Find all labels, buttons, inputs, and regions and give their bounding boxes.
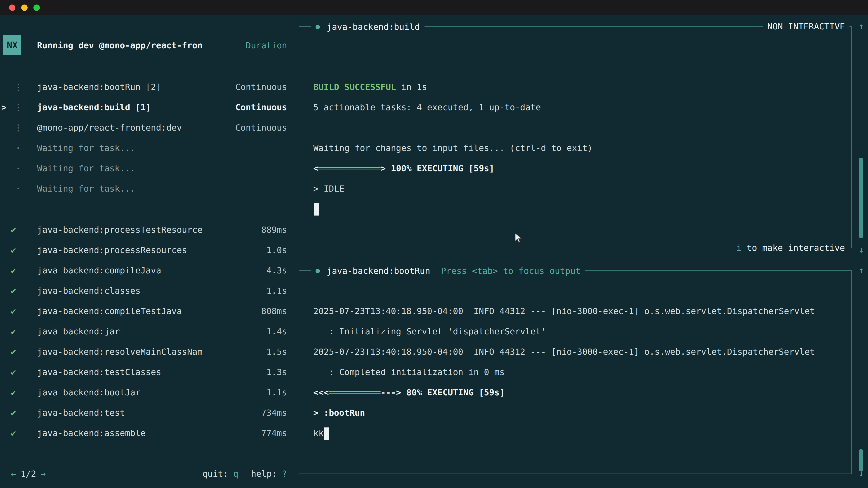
task-label: java-backend:assemble bbox=[37, 428, 146, 437]
terminal-line: <<<══════════---> 80% EXECUTING [59s] bbox=[313, 382, 851, 402]
task-label: java-backend:compileJava bbox=[37, 265, 161, 275]
task-duration: 1.5s bbox=[266, 346, 287, 356]
running-task-row[interactable]: >⋮java-backend:build [1]Continuous bbox=[0, 97, 294, 117]
help-key[interactable]: ? bbox=[282, 468, 287, 478]
scroll-down-icon-top-panel[interactable]: ↓ bbox=[855, 239, 867, 260]
task-duration: 1.4s bbox=[266, 326, 287, 336]
running-task-row[interactable]: ⋮java-backend:bootRun [2]Continuous bbox=[0, 76, 294, 97]
task-duration: 1.1s bbox=[266, 285, 287, 295]
completed-task-row[interactable]: ✔java-backend:compileJava4.3s bbox=[0, 260, 294, 280]
zoom-button[interactable] bbox=[33, 4, 40, 11]
terminal-line bbox=[313, 118, 851, 138]
task-state-icon: ⋮ bbox=[13, 102, 23, 112]
check-icon: ✔ bbox=[11, 367, 23, 377]
task-sidebar: NX Running dev @mono-app/react-fron Dura… bbox=[0, 15, 294, 488]
task-label: java-backend:jar bbox=[37, 326, 120, 336]
panel-title-text: java-backend:build bbox=[327, 22, 420, 31]
check-icon: ✔ bbox=[11, 428, 23, 437]
build-output[interactable]: BUILD SUCCESSFUL in 1s5 actionable tasks… bbox=[299, 27, 851, 248]
text-segment: < bbox=[313, 163, 318, 173]
check-icon: ✔ bbox=[11, 387, 23, 397]
terminal-line: BUILD SUCCESSFUL in 1s bbox=[313, 77, 851, 97]
running-task-list: ⋮java-backend:bootRun [2]Continuous>⋮jav… bbox=[0, 76, 294, 198]
task-duration: 1.3s bbox=[266, 367, 287, 377]
completed-task-list: ✔java-backend:processTestResource889ms✔j… bbox=[0, 219, 294, 443]
minimize-button[interactable] bbox=[21, 4, 28, 11]
completed-task-row[interactable]: ✔java-backend:testClasses1.3s bbox=[0, 361, 294, 382]
task-duration: 808ms bbox=[261, 306, 287, 316]
task-duration: 889ms bbox=[261, 224, 287, 234]
scroll-up-icon-top-panel[interactable]: ↑ bbox=[855, 16, 867, 37]
terminal-line: 5 actionable tasks: 4 executed, 1 up-to-… bbox=[313, 97, 851, 118]
terminal-line bbox=[313, 199, 851, 219]
text-segment: 80% EXECUTING [59s] bbox=[401, 387, 505, 397]
text-segment: 2025-07-23T13:40:18.950-04:00 INFO 44312… bbox=[313, 306, 815, 316]
next-page-arrow[interactable]: → bbox=[41, 468, 46, 478]
completed-task-row[interactable]: ✔java-backend:processTestResource889ms bbox=[0, 219, 294, 239]
task-duration: 1.0s bbox=[266, 245, 287, 255]
task-label: java-backend:bootJar bbox=[37, 387, 141, 397]
text-segment: BUILD SUCCESSFUL bbox=[313, 82, 396, 92]
scroll-up-icon-bottom-panel[interactable]: ↑ bbox=[855, 260, 867, 281]
task-state-icon: ⋮ bbox=[13, 82, 23, 92]
check-icon: ✔ bbox=[11, 326, 23, 336]
close-button[interactable] bbox=[9, 4, 16, 11]
completed-task-row[interactable]: ✔java-backend:resolveMainClassNam1.5s bbox=[0, 341, 294, 361]
task-label: Waiting for task... bbox=[37, 142, 135, 153]
text-segment: <<< bbox=[313, 387, 329, 397]
task-duration: 774ms bbox=[261, 428, 287, 437]
build-output-panel: ●java-backend:build NON-INTERACTIVE BUIL… bbox=[299, 26, 852, 248]
running-task-row[interactable]: ·Waiting for task... bbox=[0, 178, 294, 198]
sidebar-footer: ←1/2→ quit:qhelp:? bbox=[0, 463, 294, 484]
running-task-row[interactable]: ⋮@mono-app/react-frontend:devContinuous bbox=[0, 117, 294, 137]
text-segment: > :bootRun bbox=[313, 408, 365, 418]
bottom-panel-scrollbar[interactable] bbox=[859, 449, 863, 471]
task-duration: 734ms bbox=[261, 408, 287, 417]
selected-task-arrow: > bbox=[1, 102, 6, 112]
hint-key[interactable]: i bbox=[737, 242, 742, 253]
task-running-icon: ● bbox=[315, 266, 320, 275]
bootrun-output-panel: ●java-backend:bootRunPress <tab> to focu… bbox=[299, 270, 852, 474]
task-status: Continuous bbox=[235, 122, 287, 132]
completed-task-row[interactable]: ✔java-backend:compileTestJava808ms bbox=[0, 300, 294, 321]
completed-task-row[interactable]: ✔java-backend:processResources1.0s bbox=[0, 239, 294, 260]
interactive-hint: i to make interactive bbox=[732, 238, 849, 258]
completed-task-row[interactable]: ✔java-backend:test734ms bbox=[0, 402, 294, 422]
nx-logo: NX bbox=[3, 35, 21, 55]
task-running-icon: ● bbox=[315, 22, 320, 31]
task-state-icon: ⋮ bbox=[13, 122, 23, 132]
check-icon: ✔ bbox=[11, 224, 23, 234]
text-segment: in 1s bbox=[396, 82, 427, 92]
text-segment: 100% EXECUTING [59s] bbox=[385, 163, 494, 173]
completed-task-row[interactable]: ✔java-backend:jar1.4s bbox=[0, 321, 294, 341]
task-label: java-backend:resolveMainClassNam bbox=[37, 346, 203, 356]
check-icon: ✔ bbox=[11, 346, 23, 356]
completed-task-row[interactable]: ✔java-backend:bootJar1.1s bbox=[0, 382, 294, 402]
top-panel-scrollbar[interactable] bbox=[859, 158, 863, 238]
check-icon: ✔ bbox=[11, 408, 23, 417]
completed-task-row[interactable]: ✔java-backend:assemble774ms bbox=[0, 422, 294, 443]
running-task-row[interactable]: ·Waiting for task... bbox=[0, 137, 294, 158]
task-label: Waiting for task... bbox=[37, 163, 135, 173]
help-label: help: bbox=[251, 468, 277, 478]
prev-page-arrow[interactable]: ← bbox=[11, 468, 16, 478]
task-label: java-backend:processTestResource bbox=[37, 224, 203, 234]
task-duration: 1.1s bbox=[266, 387, 287, 397]
hint-text: to make interactive bbox=[741, 242, 845, 253]
page-indicator: 1/2 bbox=[21, 468, 36, 478]
panel-title-text: java-backend:bootRun bbox=[327, 265, 430, 275]
completed-task-row[interactable]: ✔java-backend:classes1.1s bbox=[0, 280, 294, 300]
bootrun-output[interactable]: 2025-07-23T13:40:18.950-04:00 INFO 44312… bbox=[299, 271, 851, 474]
text-segment: ══════════ bbox=[329, 387, 381, 397]
terminal-line: : Initializing Servlet 'dispatcherServle… bbox=[313, 321, 851, 341]
task-status: Continuous bbox=[235, 82, 287, 92]
quit-key[interactable]: q bbox=[233, 468, 239, 478]
task-label: java-backend:processResources bbox=[37, 245, 187, 255]
noninteractive-badge: NON-INTERACTIVE bbox=[763, 16, 849, 37]
running-task-row[interactable]: ·Waiting for task... bbox=[0, 158, 294, 178]
check-icon: ✔ bbox=[11, 265, 23, 275]
check-icon: ✔ bbox=[11, 306, 23, 316]
task-state-icon: · bbox=[13, 183, 23, 193]
terminal-cursor bbox=[324, 427, 329, 440]
text-segment: ---> bbox=[380, 387, 401, 397]
